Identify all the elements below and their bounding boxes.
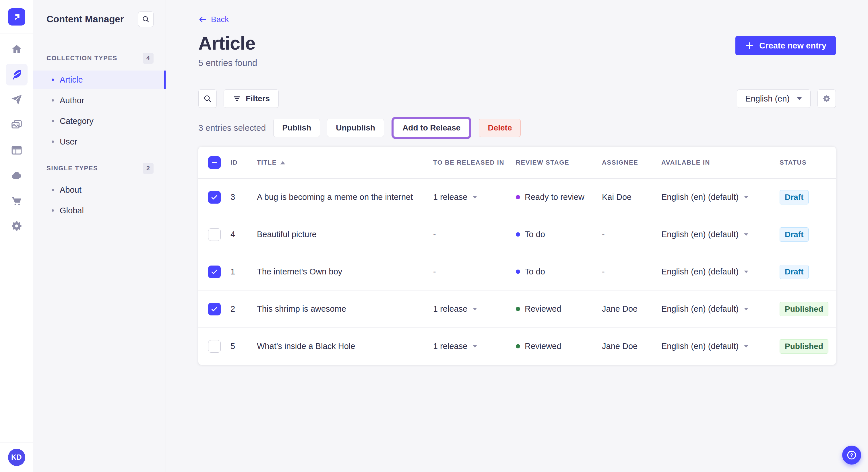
- publish-label: Publish: [282, 123, 311, 133]
- stage-label: Reviewed: [525, 304, 561, 314]
- releases-icon: [11, 94, 23, 106]
- delete-button[interactable]: Delete: [479, 119, 521, 137]
- column-label: TO BE RELEASED IN: [433, 159, 504, 166]
- column-header-title[interactable]: TITLE: [257, 159, 433, 166]
- rail-item-deploy[interactable]: [6, 165, 28, 187]
- stage-dot-icon: [516, 195, 520, 199]
- column-header-assignee[interactable]: ASSIGNEE: [602, 159, 661, 166]
- indeterminate-icon: [210, 159, 218, 167]
- selection-count-text: 3 entries selected: [198, 123, 266, 133]
- cell-review-stage: Ready to review: [516, 193, 602, 202]
- rail-item-media-library[interactable]: [6, 114, 28, 136]
- cell-available-in[interactable]: English (en) (default): [661, 267, 770, 276]
- sort-asc-icon: [280, 161, 285, 165]
- help-icon: ?: [846, 449, 857, 461]
- content-manager-icon: [11, 69, 23, 80]
- back-link[interactable]: Back: [198, 15, 229, 24]
- cell-available-in[interactable]: English (en) (default): [661, 304, 770, 314]
- caret-down-icon: [744, 233, 749, 236]
- table-row[interactable]: 5 What's inside a Black Hole 1 release R…: [198, 328, 836, 365]
- sidebar-item-about[interactable]: About: [33, 181, 166, 199]
- caret-down-icon: [472, 307, 477, 311]
- column-header-to-be-released-in[interactable]: TO BE RELEASED IN: [433, 159, 516, 166]
- table-row[interactable]: 2 This shrimp is awesome 1 release Revie…: [198, 290, 836, 328]
- row-checkbox[interactable]: [208, 266, 221, 278]
- add-to-release-button[interactable]: Add to Release: [394, 119, 469, 137]
- table-row[interactable]: 4 Beautiful picture - To do - English (e…: [198, 216, 836, 253]
- status-badge: Draft: [780, 190, 809, 204]
- cell-available-in[interactable]: English (en) (default): [661, 341, 770, 351]
- check-icon: [210, 268, 218, 276]
- sidebar-search-button[interactable]: [138, 11, 154, 27]
- caret-down-icon: [472, 345, 477, 348]
- column-header-review-stage[interactable]: REVIEW STAGE: [516, 159, 602, 166]
- select-all-checkbox[interactable]: [208, 156, 221, 169]
- cell-id: 1: [230, 267, 257, 276]
- cell-release[interactable]: 1 release: [433, 304, 516, 314]
- sidebar-item-global[interactable]: Global: [33, 201, 166, 220]
- filters-button[interactable]: Filters: [224, 90, 279, 108]
- row-checkbox[interactable]: [208, 191, 221, 204]
- section-count-badge: 2: [143, 163, 154, 174]
- release-value: -: [433, 230, 436, 239]
- column-label: STATUS: [780, 159, 807, 166]
- help-button[interactable]: ?: [842, 446, 861, 465]
- cell-review-stage: Reviewed: [516, 341, 602, 351]
- cell-id: 4: [230, 230, 257, 239]
- cell-release[interactable]: 1 release: [433, 193, 516, 202]
- cell-title: A bug is becoming a meme on the internet: [257, 193, 433, 202]
- search-entries-button[interactable]: [198, 90, 217, 108]
- cell-release[interactable]: 1 release: [433, 341, 516, 351]
- sidebar-item-category[interactable]: Category: [33, 112, 166, 130]
- sidebar-item-user[interactable]: User: [33, 133, 166, 151]
- rail-item-content-manager[interactable]: [6, 64, 28, 86]
- row-checkbox[interactable]: [208, 303, 221, 315]
- rail-item-releases[interactable]: [6, 89, 28, 111]
- cell-id: 5: [230, 341, 257, 351]
- svg-text:?: ?: [850, 452, 853, 458]
- avatar[interactable]: KD: [8, 449, 25, 466]
- view-settings-button[interactable]: [817, 90, 836, 108]
- cell-title: The internet's Own boy: [257, 267, 433, 276]
- column-header-available-in[interactable]: AVAILABLE IN: [661, 159, 770, 166]
- column-header-id[interactable]: ID: [230, 159, 257, 166]
- cell-assignee: -: [602, 230, 661, 239]
- column-label: ID: [230, 159, 238, 166]
- unpublish-button[interactable]: Unpublish: [327, 119, 384, 137]
- row-checkbox[interactable]: [208, 340, 221, 353]
- row-checkbox[interactable]: [208, 228, 221, 241]
- content-type-builder-icon: [11, 144, 23, 156]
- table-body: 3 A bug is becoming a meme on the intern…: [198, 178, 836, 365]
- cell-id: 3: [230, 193, 257, 202]
- rail-item-home[interactable]: [6, 38, 28, 60]
- create-new-entry-button[interactable]: Create new entry: [735, 36, 836, 55]
- content-manager-sidebar: Content Manager COLLECTION TYPES 4 Artic…: [33, 0, 166, 472]
- table-row[interactable]: 1 The internet's Own boy - To do - Engli…: [198, 253, 836, 290]
- release-value: -: [433, 267, 436, 276]
- cell-id: 2: [230, 304, 257, 314]
- stage-dot-icon: [516, 307, 520, 311]
- locale-select[interactable]: English (en): [737, 90, 811, 108]
- cell-available-in[interactable]: English (en) (default): [661, 193, 770, 202]
- cell-assignee: Jane Doe: [602, 304, 661, 314]
- rail-item-marketplace[interactable]: [6, 190, 28, 212]
- check-icon: [210, 305, 218, 313]
- cell-available-in[interactable]: English (en) (default): [661, 230, 770, 239]
- table-row[interactable]: 3 A bug is becoming a meme on the intern…: [198, 178, 836, 216]
- column-header-status[interactable]: STATUS: [770, 159, 826, 166]
- unpublish-label: Unpublish: [336, 123, 375, 133]
- sidebar-divider: [46, 37, 60, 37]
- sidebar-sections: COLLECTION TYPES 4 Article Author Catego…: [33, 53, 166, 220]
- sidebar-item-author[interactable]: Author: [33, 91, 166, 109]
- status-badge: Published: [780, 339, 828, 353]
- rail-item-content-type-builder[interactable]: [6, 139, 28, 161]
- bullet-icon: [52, 120, 54, 122]
- strapi-logo[interactable]: [8, 8, 25, 26]
- available-in-value: English (en) (default): [661, 193, 739, 202]
- publish-button[interactable]: Publish: [273, 119, 320, 137]
- filters-icon: [232, 94, 241, 103]
- table-header-row: ID TITLE TO BE RELEASED IN REVIEW STAGE …: [198, 147, 836, 178]
- sidebar-item-article[interactable]: Article: [33, 71, 166, 89]
- sidebar-item-label: Global: [60, 206, 84, 215]
- rail-item-settings[interactable]: [6, 215, 28, 237]
